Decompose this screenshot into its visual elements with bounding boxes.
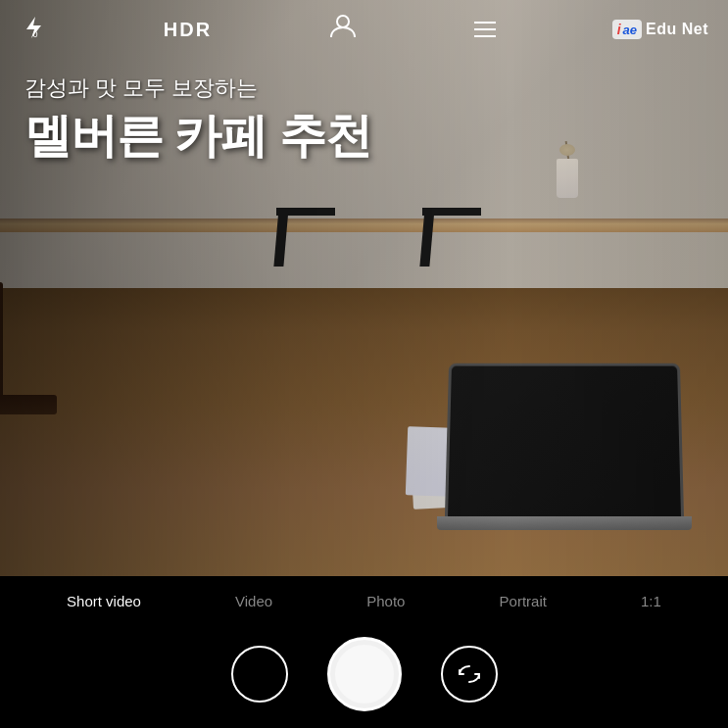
gallery-button[interactable] [231,646,288,703]
logo-text: Edu Net [646,21,708,38]
svg-point-1 [337,16,349,27]
menu-line-3 [474,35,496,37]
flip-camera-button[interactable] [441,646,498,703]
menu-icon[interactable] [474,22,496,37]
mode-selector: Short video Video Photo Portrait 1:1 [0,576,728,625]
main-title: 멜버른 카페 추천 [24,109,371,163]
svg-text:0: 0 [32,29,37,39]
app: 감성과 맛 모두 보장하는 멜버른 카페 추천 0 HDR [0,0,728,728]
mode-1-1[interactable]: 1:1 [633,588,669,614]
mode-portrait[interactable]: Portrait [492,588,555,614]
logo-ae: ae [623,23,637,37]
mode-short-video[interactable]: Short video [59,588,149,614]
overlay-text: 감성과 맛 모두 보장하는 멜버른 카페 추천 [24,73,371,163]
bottom-bar: Short video Video Photo Portrait 1:1 [0,576,728,728]
top-bar: 0 HDR i ae Edu Net [0,0,728,59]
camera-controls [0,625,728,723]
shutter-inner [335,645,394,704]
mode-photo[interactable]: Photo [359,588,413,614]
person-icon[interactable] [328,12,358,47]
camera-view: 감성과 맛 모두 보장하는 멜버른 카페 추천 [0,0,728,576]
logo: i ae Edu Net [612,20,708,39]
mode-video[interactable]: Video [227,588,280,614]
shutter-button[interactable] [327,637,402,711]
flash-icon[interactable]: 0 [20,14,47,46]
menu-line-1 [474,22,496,24]
logo-badge: i ae [612,20,642,39]
logo-i: i [617,22,621,37]
menu-line-2 [474,28,496,30]
subtitle-text: 감성과 맛 모두 보장하는 [24,73,371,103]
hdr-button[interactable]: HDR [164,19,212,41]
